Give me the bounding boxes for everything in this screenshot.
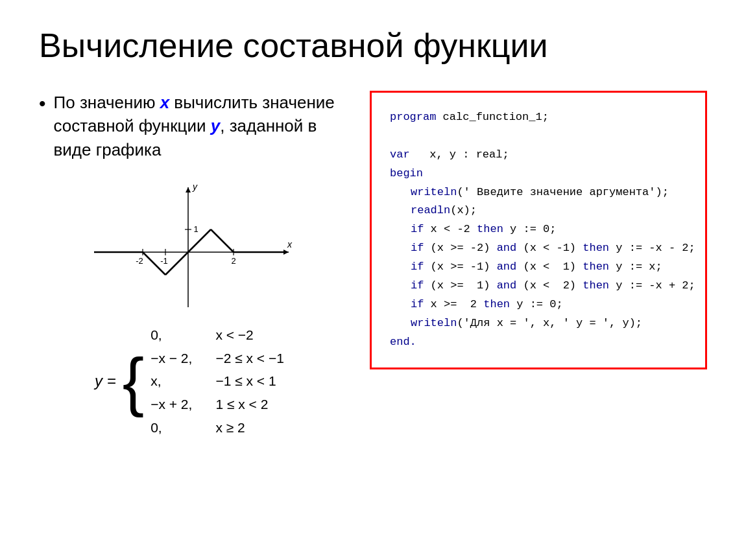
formula-row-3-cond: −1 ≤ x < 1 — [196, 369, 288, 393]
code-line-readln: readln(x); — [390, 202, 687, 220]
code-line-begin: begin — [390, 165, 687, 183]
main-content: • По значению x вычислить значение соста… — [39, 91, 707, 439]
formula-row-5-expr: 0, — [147, 416, 196, 439]
svg-text:-1: -1 — [160, 256, 168, 266]
bullet-content: По значению x вычислить значение составн… — [54, 91, 344, 161]
code-panel: program calc_function_1; var x, y : real… — [370, 91, 707, 369]
formula-lhs: y = — [95, 323, 123, 439]
formula-container: y = { 0, x < −2 −x − 2, −2 ≤ x < −1 x, −… — [39, 323, 344, 439]
code-line-if5: if x >= 2 then y := 0; — [390, 296, 687, 314]
svg-text:-2: -2 — [136, 256, 143, 266]
svg-text:2: 2 — [231, 256, 235, 266]
y-variable: y — [211, 116, 220, 135]
formula-row-1-cond: x < −2 — [196, 323, 288, 347]
code-line-var: var x, y : real; — [390, 146, 687, 165]
svg-text:1: 1 — [193, 224, 198, 234]
page-title: Вычисление составной функции — [39, 26, 707, 65]
bullet-prefix: По значению — [54, 93, 160, 112]
code-line-if3: if (x >= -1) and (x < 1) then y := x; — [390, 258, 687, 277]
code-line-blank — [390, 127, 687, 146]
formula-row-4-cond: 1 ≤ x < 2 — [196, 393, 288, 416]
graph-svg: -2 -1 2 1 x y — [88, 181, 295, 310]
bullet-dot: • — [39, 91, 46, 116]
formula-row-1-expr: 0, — [147, 323, 196, 347]
formula-row-5-cond: x ≥ 2 — [196, 416, 288, 439]
code-line-writeln1: writeln(' Введите значение аргумента'); — [390, 183, 687, 202]
svg-line-17 — [211, 229, 234, 252]
formula-row-4-expr: −x + 2, — [147, 393, 196, 416]
formula-row-2-expr: −x − 2, — [147, 347, 196, 370]
code-line-if1: if x < -2 then y := 0; — [390, 220, 687, 239]
code-line-writeln2: writeln('Для x = ', x, ' y = ', y); — [390, 314, 687, 333]
formula-row-2-cond: −2 ≤ x < −1 — [196, 347, 288, 370]
keyword-end: end. — [390, 336, 416, 348]
keyword-var: var — [390, 148, 410, 161]
formula-row-3-expr: x, — [147, 369, 196, 393]
formula-brace: { — [123, 323, 147, 439]
graph-container: -2 -1 2 1 x y — [88, 181, 295, 310]
code-line-end: end. — [390, 333, 687, 352]
svg-text:x: x — [287, 239, 293, 250]
left-panel: • По значению x вычислить значение соста… — [39, 91, 344, 439]
code-line-if4: if (x >= 1) and (x < 2) then y := -x + 2… — [390, 277, 687, 296]
keyword-program: program — [390, 111, 436, 123]
formula-table: y = { 0, x < −2 −x − 2, −2 ≤ x < −1 x, −… — [95, 323, 288, 439]
svg-text:y: y — [192, 181, 198, 192]
code-line-if2: if (x >= -2) and (x < -1) then y := -x -… — [390, 239, 687, 258]
keyword-begin: begin — [390, 167, 423, 180]
svg-marker-3 — [186, 187, 191, 192]
x-variable: x — [160, 93, 169, 112]
bullet-text: • По значению x вычислить значение соста… — [39, 91, 344, 161]
code-line-1: program calc_function_1; — [390, 108, 687, 127]
